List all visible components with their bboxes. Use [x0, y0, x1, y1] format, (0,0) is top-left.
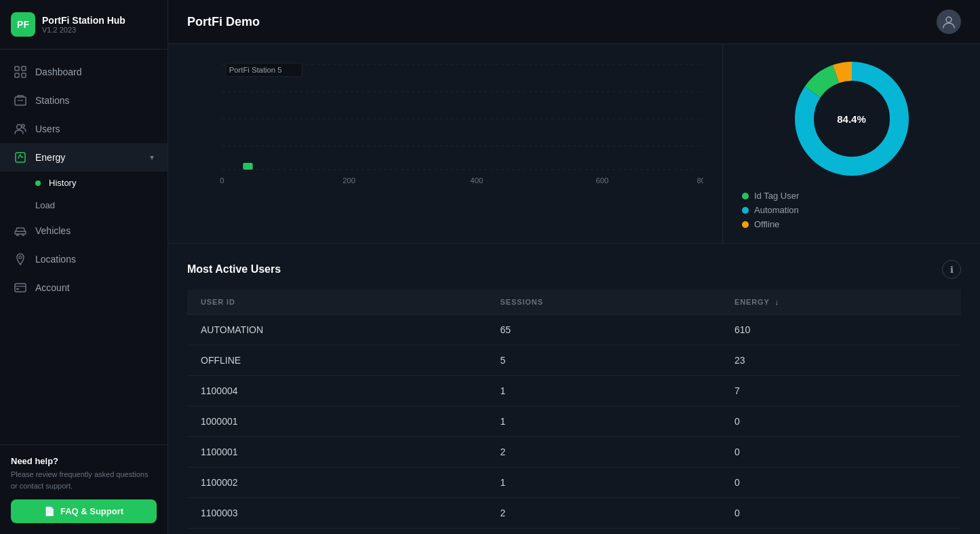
svg-text:0: 0	[220, 176, 224, 185]
cell-sessions: 2	[487, 498, 721, 529]
cell-energy: 0	[721, 468, 961, 498]
load-label: Load	[35, 200, 55, 210]
donut-legend: Id Tag User Automation Offline	[742, 191, 961, 229]
main-content: PortFi Demo	[168, 0, 980, 534]
table-header-row: USER ID SESSIONS ENERGY ↓	[187, 290, 961, 315]
cell-sessions: 1	[487, 468, 721, 498]
col-header-user-id: USER ID	[187, 290, 487, 315]
table-row: 1100003 2 0	[187, 498, 961, 529]
donut-chart: 84.4%	[791, 58, 913, 180]
svg-rect-15	[16, 288, 19, 290]
vehicles-label: Vehicles	[35, 225, 71, 236]
svg-point-11	[22, 234, 24, 236]
legend-item-offline: Offline	[742, 219, 961, 229]
svg-point-12	[19, 256, 22, 259]
content-area: PortFi Station 5 0 200 400 600 800	[168, 44, 980, 534]
table-row: 1100001 2 0	[187, 437, 961, 468]
sidebar-item-locations[interactable]: Locations	[0, 245, 168, 273]
cell-user-id: OFFLINE	[187, 345, 487, 376]
svg-text:800: 800	[697, 176, 703, 185]
sidebar-subitem-history[interactable]: History	[0, 172, 168, 194]
cell-user-id: 1100002	[187, 468, 487, 498]
sidebar-subitem-load[interactable]: Load	[0, 194, 168, 216]
table-body: AUTOMATION 65 610 OFFLINE 5 23 1100004 1…	[187, 315, 961, 529]
sidebar-item-account[interactable]: Account	[0, 273, 168, 302]
info-button[interactable]: ℹ	[942, 260, 961, 279]
svg-rect-13	[15, 284, 26, 292]
svg-rect-1	[15, 73, 19, 77]
page-title: PortFi Demo	[187, 15, 260, 29]
sidebar-item-vehicles[interactable]: Vehicles	[0, 216, 168, 245]
col-header-energy: ENERGY ↓	[721, 290, 961, 315]
table-row: 1100002 1 0	[187, 468, 961, 498]
cell-energy: 0	[721, 498, 961, 529]
table-row: 1000001 1 0	[187, 406, 961, 437]
svg-text:200: 200	[342, 176, 355, 185]
svg-rect-4	[15, 97, 26, 105]
cell-energy: 610	[721, 315, 961, 345]
table-title: Most Active Users	[187, 263, 281, 275]
svg-rect-0	[15, 66, 19, 71]
faq-icon: 📄	[44, 506, 55, 516]
history-active-dot	[35, 180, 41, 186]
help-subtitle: Please review frequently asked questions…	[11, 469, 157, 491]
users-icon	[14, 122, 27, 136]
donut-area: 84.4% Id Tag User Automation Offline	[722, 44, 980, 243]
sidebar-nav: Dashboard Stations	[0, 50, 168, 444]
idtaguser-dot	[742, 193, 749, 199]
cell-user-id: 1000001	[187, 406, 487, 437]
sidebar-logo: PF PortFi Station Hub V1.2 2023	[0, 0, 168, 50]
cell-user-id: 1100004	[187, 376, 487, 406]
col-header-sessions: SESSIONS	[487, 290, 721, 315]
account-label: Account	[35, 282, 70, 293]
svg-point-6	[17, 125, 22, 130]
cell-sessions: 65	[487, 315, 721, 345]
cell-energy: 23	[721, 345, 961, 376]
cell-user-id: 1100003	[187, 498, 487, 529]
legend-item-idtaguser: Id Tag User	[742, 191, 961, 201]
svg-text:600: 600	[595, 176, 608, 185]
help-title: Need help?	[11, 456, 157, 466]
idtaguser-label: Id Tag User	[754, 191, 799, 201]
svg-point-10	[17, 234, 19, 236]
users-label: Users	[35, 123, 60, 134]
offline-label: Offline	[754, 219, 779, 229]
sidebar-footer: Need help? Please review frequently aske…	[0, 444, 168, 534]
account-icon	[14, 281, 27, 294]
automation-label: Automation	[754, 205, 799, 215]
faq-label: FAQ & Support	[60, 506, 123, 516]
svg-text:PortFi Station 5: PortFi Station 5	[229, 66, 282, 74]
sort-energy-icon[interactable]: ↓	[775, 298, 779, 306]
sidebar-item-stations[interactable]: Stations	[0, 86, 168, 115]
chevron-down-icon: ▾	[150, 153, 154, 162]
dashboard-label: Dashboard	[35, 66, 82, 77]
app-logo-icon: PF	[11, 12, 35, 37]
user-avatar[interactable]	[937, 9, 961, 34]
cell-sessions: 1	[487, 406, 721, 437]
energy-label: Energy	[35, 152, 65, 163]
cell-sessions: 2	[487, 437, 721, 468]
history-label: History	[49, 178, 76, 188]
cell-user-id: 1100001	[187, 437, 487, 468]
svg-rect-8	[16, 153, 25, 162]
topbar: PortFi Demo	[168, 0, 980, 44]
donut-percentage: 84.4%	[837, 113, 866, 125]
cell-user-id: AUTOMATION	[187, 315, 487, 345]
dashboard-icon	[14, 65, 27, 79]
sidebar-item-energy[interactable]: Energy ▾	[0, 143, 168, 172]
cell-energy: 7	[721, 376, 961, 406]
table-thead: USER ID SESSIONS ENERGY ↓	[187, 290, 961, 315]
cell-energy: 0	[721, 406, 961, 437]
bar-chart-area: PortFi Station 5 0 200 400 600 800	[168, 44, 722, 243]
energy-icon	[14, 151, 27, 164]
sidebar: PF PortFi Station Hub V1.2 2023 Dashboar…	[0, 0, 168, 534]
sidebar-item-dashboard[interactable]: Dashboard	[0, 58, 168, 86]
svg-text:400: 400	[470, 176, 483, 185]
svg-rect-9	[15, 231, 26, 234]
stations-label: Stations	[35, 95, 70, 106]
locations-label: Locations	[35, 254, 76, 265]
sidebar-item-users[interactable]: Users	[0, 115, 168, 143]
svg-rect-24	[243, 163, 252, 170]
svg-rect-3	[22, 73, 26, 77]
faq-support-button[interactable]: 📄 FAQ & Support	[11, 499, 157, 523]
